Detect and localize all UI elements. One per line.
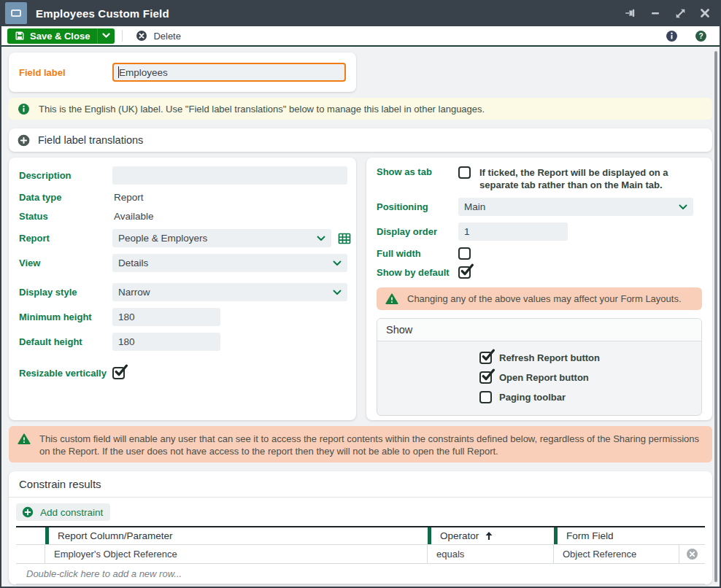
default-height-input[interactable] [112,333,220,351]
warning-triangle-icon [18,433,31,445]
dialog-content: Field label This is the English (UK) lab… [1,47,720,587]
show-as-tab-row: Show as tab If ticked, the Report will b… [377,166,702,191]
display-order-input[interactable] [458,223,568,241]
vertical-scrollbar[interactable] [714,51,717,582]
show-groupbox-body: Refresh Report button Open Report button [377,341,701,415]
window-icon [5,2,27,24]
description-input[interactable] [112,166,347,185]
save-and-close-button[interactable]: Save & Close [7,28,97,44]
constraints-panel: Constrain results Add constraint Report … [9,471,712,584]
show-groupbox: Show Refresh Report button O [377,318,702,416]
show-by-default-row: Show by default [377,266,702,279]
delete-circle-icon [136,30,147,42]
resizable-vertically-checkbox[interactable] [112,367,125,379]
view-select[interactable]: Details [112,254,347,272]
row-report-column-cell[interactable]: Employer's Object Reference [45,545,428,564]
paging-toolbar-label: Paging toolbar [499,392,566,403]
header-spacer-cell [16,527,45,544]
paging-toolbar-checkbox[interactable] [479,391,492,403]
view-select-value: Details [118,258,148,268]
default-height-label: Default height [19,336,112,347]
resizable-vertically-row: Resizable vertically [19,367,346,379]
report-select[interactable]: People & Employers [112,229,331,247]
show-as-tab-checkbox[interactable] [458,166,471,179]
open-report-option: Open Report button [479,371,701,384]
info-button[interactable] [663,28,680,44]
full-width-checkbox[interactable] [458,247,471,260]
data-type-row: Data type Report [19,191,346,204]
status-value: Available [112,211,154,222]
report-row: Report People & Employers [19,229,346,247]
positioning-label: Positioning [377,201,458,212]
row-form-field-cell[interactable]: Object Reference [554,545,679,564]
expand-plus-icon [18,134,30,147]
view-label: View [19,258,112,268]
chevron-down-icon [679,204,687,210]
field-label-label: Field label [19,67,112,78]
status-row: Status Available [19,210,346,223]
display-style-select-value: Narrow [118,287,150,298]
header-report-column[interactable]: Report Column/Parameter [45,527,428,544]
remove-row-icon[interactable] [686,548,698,560]
toolbar-right: ? [663,28,714,44]
show-by-default-checkbox[interactable] [458,266,471,279]
report-grid-icon[interactable] [338,233,351,244]
row-operator-cell[interactable]: equals [428,545,554,564]
svg-text:?: ? [698,32,703,40]
row-handle-cell [16,545,45,564]
close-icon[interactable] [698,6,712,20]
header-operator[interactable]: Operator [428,527,554,544]
help-button[interactable]: ? [692,28,709,44]
help-circle-icon: ? [695,30,707,42]
titlebar: Employees Custom Field [1,0,720,26]
show-by-default-label: Show by default [377,267,458,278]
layout-warning-banner: Changing any of the above values may aff… [377,287,702,310]
paging-toolbar-option: Paging toolbar [479,391,701,403]
refresh-report-checkbox[interactable] [479,352,492,364]
positioning-select-value: Main [464,201,485,212]
report-select-value: People & Employers [118,233,207,244]
show-as-tab-hint: If ticked, the Report will be displayed … [479,166,698,191]
display-style-label: Display style [19,287,112,298]
constraint-row[interactable]: Employer's Object Reference equals Objec… [16,544,705,564]
field-label-input[interactable] [112,63,346,82]
access-warning-banner: This custom field will enable any user t… [9,426,712,463]
add-constraint-button[interactable]: Add constraint [16,503,110,521]
header-form-field-label: Form Field [566,530,614,541]
description-row: Description [19,166,346,185]
save-icon [15,31,25,41]
details-panel: Description Data type Report Status Avai… [9,158,356,420]
minimum-height-input[interactable] [112,308,220,326]
constraints-body: Add constraint Report Column/Parameter O… [9,498,712,584]
delete-button[interactable]: Delete [130,28,187,44]
header-form-field[interactable]: Form Field [554,527,705,544]
positioning-row: Positioning Main [377,198,702,216]
default-height-row: Default height [19,333,346,351]
minimize-icon[interactable] [648,6,663,20]
show-as-tab-label: Show as tab [377,166,458,177]
info-banner: This is the English (UK) label. Use "Fie… [9,98,712,120]
titlebar-controls [623,6,712,20]
field-label-panel: Field label [9,53,356,92]
warning-triangle-icon [385,293,398,305]
save-options-dropdown[interactable] [97,28,115,44]
chevron-down-icon [102,33,110,39]
display-order-row: Display order [377,223,702,241]
add-plus-icon [22,506,34,518]
toolbar-divider [122,30,123,42]
open-report-checkbox[interactable] [479,371,492,384]
refresh-report-label: Refresh Report button [499,352,600,363]
add-constraint-label: Add constraint [40,507,103,518]
add-new-row-hint[interactable]: Double-click here to add a new row... [16,564,705,584]
minimum-height-label: Minimum height [19,312,112,322]
display-style-select[interactable]: Narrow [112,283,347,301]
header-report-column-label: Report Column/Parameter [58,530,173,541]
maximize-icon[interactable] [673,6,687,20]
pushpin-icon[interactable] [623,6,638,20]
data-type-value: Report [112,192,144,203]
field-label-translations-section[interactable]: Field label translations [9,128,712,152]
positioning-select[interactable]: Main [458,198,693,216]
constraints-title: Constrain results [9,471,712,498]
chevron-down-icon [317,236,325,241]
display-order-label: Display order [377,226,458,237]
